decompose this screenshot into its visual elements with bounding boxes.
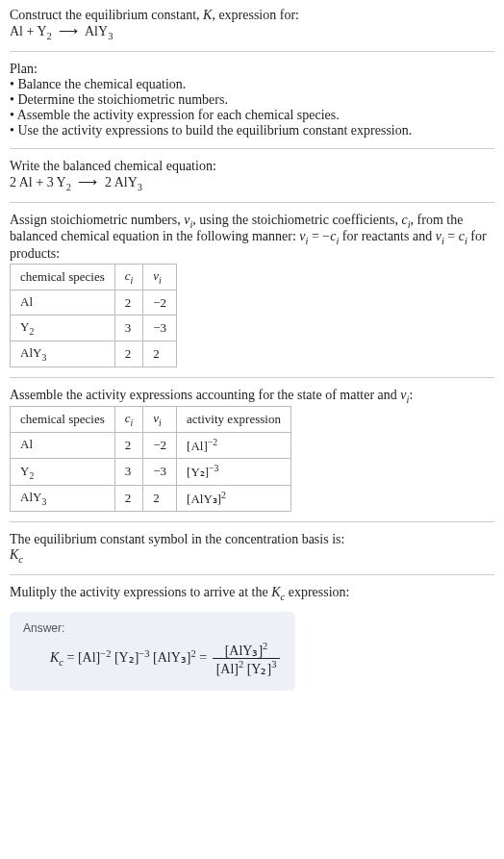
answer-equation: Kc = [Al]−2 [Y₂]−3 [AlY₃]2 = [AlY₃]2 [Al… (50, 641, 282, 677)
term: [Al] (78, 650, 100, 665)
plan-block: Plan: • Balance the chemical equation. •… (10, 62, 494, 139)
col-header: ci (114, 407, 143, 433)
k-symbol: K (10, 547, 18, 562)
cell: AlY3 (11, 341, 115, 366)
cell: −3 (143, 459, 177, 485)
table-row: Al 2 −2 [Al]−2 (11, 432, 291, 458)
k-symbol: K (271, 585, 280, 599)
exp: −3 (139, 647, 149, 658)
cell: −3 (143, 316, 177, 341)
text: Assign stoichiometric numbers, (10, 213, 184, 227)
plan-item-text: Determine the stoichiometric numbers. (17, 92, 228, 107)
divider (10, 521, 494, 522)
cell: 2 (114, 290, 143, 316)
cell: 2 (143, 341, 177, 366)
table-row: Y2 3 −3 (11, 316, 177, 341)
sub: i (131, 275, 134, 286)
species: Y (20, 464, 29, 478)
reactant-al: Al (10, 24, 23, 38)
stoich-block: Assign stoichiometric numbers, νi, using… (10, 213, 494, 367)
cell: 2 (143, 485, 177, 511)
cell: [Y₂]−3 (177, 459, 291, 485)
act-base: [AlY₃] (187, 492, 221, 506)
sub: i (159, 417, 162, 428)
species: Al (20, 294, 33, 309)
plan-item-text: Assemble the activity expression for eac… (17, 108, 340, 122)
sub: 2 (29, 326, 34, 337)
balanced-block: Write the balanced chemical equation: 2 … (10, 159, 494, 192)
cell: [Al]−2 (177, 432, 291, 458)
numerator: [AlY₃]2 (213, 641, 281, 660)
act-base: [Y₂] (187, 466, 209, 480)
divider (10, 51, 494, 52)
plan-title: Plan: (10, 62, 494, 77)
sub: 2 (29, 469, 34, 480)
cell: [AlY₃]2 (177, 485, 291, 511)
act-exp: 2 (221, 490, 226, 500)
text: Assemble the activity expressions accoun… (10, 388, 400, 402)
equals: = (63, 650, 78, 665)
fraction: [AlY₃]2 [Al]2 [Y₂]3 (213, 641, 281, 677)
species: AlY (20, 345, 41, 360)
cell: 3 (114, 316, 143, 341)
table-row: AlY3 2 2 (11, 341, 177, 366)
col-header: chemical species (11, 265, 115, 291)
reactant-y-sub: 2 (47, 31, 52, 41)
term: [Al] (216, 662, 239, 676)
plan-item: • Use the activity expressions to build … (10, 123, 494, 139)
equals: = (196, 650, 211, 665)
divider (10, 148, 494, 149)
prompt-text: Construct the equilibrium constant, K, e… (10, 8, 299, 22)
balanced-term: 3 Y (47, 175, 66, 189)
table-header-row: chemical species ci νi (11, 265, 177, 291)
cell: −2 (143, 432, 177, 458)
divider (10, 574, 494, 575)
arrow-icon: ⟶ (78, 174, 97, 190)
cell: 2 (114, 432, 143, 458)
term: [AlY₃] (153, 650, 190, 665)
balanced-term: 2 Al (10, 175, 33, 189)
table-row: AlY3 2 2 [AlY₃]2 (11, 485, 291, 511)
text: , using the stoichiometric coefficients, (192, 213, 401, 227)
table-row: Y2 3 −3 [Y₂]−3 (11, 459, 291, 485)
text: : (409, 388, 413, 402)
term: [Y₂] (114, 650, 139, 665)
cell: −2 (143, 290, 177, 316)
col-header: activity expression (177, 407, 291, 433)
plus-sign: + (33, 175, 47, 189)
act-exp: −3 (209, 463, 218, 473)
text: expression: (285, 585, 349, 599)
act-base: [Al] (187, 439, 208, 453)
exp: 3 (271, 659, 276, 670)
act-exp: −2 (208, 437, 217, 447)
term: [AlY₃] (225, 643, 263, 657)
sub: 2 (66, 182, 71, 192)
balanced-intro: Write the balanced chemical equation: (10, 159, 494, 174)
text: for reactants and (339, 229, 435, 243)
balanced-term: 2 AlY (105, 175, 138, 189)
plan-item: • Assemble the activity expression for e… (10, 108, 494, 123)
table-row: Al 2 −2 (11, 290, 177, 316)
species: AlY (20, 490, 41, 504)
text: = (444, 229, 459, 243)
sub: c (18, 554, 23, 565)
cell: Y2 (11, 459, 115, 485)
product-aly-sub: 3 (108, 31, 113, 41)
sub: i (131, 417, 134, 428)
col-header: ci (114, 265, 143, 291)
exp: −2 (100, 647, 111, 658)
species: Al (20, 437, 33, 451)
cell: Al (11, 432, 115, 458)
multiply-block: Mulitply the activity expressions to arr… (10, 585, 494, 602)
exp: 2 (263, 641, 267, 651)
species: Y (20, 319, 29, 334)
col-header: νi (143, 265, 177, 291)
prompt-block: Construct the equilibrium constant, K, e… (10, 8, 494, 41)
sub: 3 (41, 496, 46, 507)
col-header: chemical species (11, 407, 115, 433)
symbol-block: The equilibrium constant symbol in the c… (10, 532, 494, 565)
table-header-row: chemical species ci νi activity expressi… (11, 407, 291, 433)
plan-item: • Balance the chemical equation. (10, 77, 494, 92)
sub: 3 (138, 182, 142, 192)
answer-box: Answer: Kc = [Al]−2 [Y₂]−3 [AlY₃]2 = [Al… (10, 612, 295, 691)
